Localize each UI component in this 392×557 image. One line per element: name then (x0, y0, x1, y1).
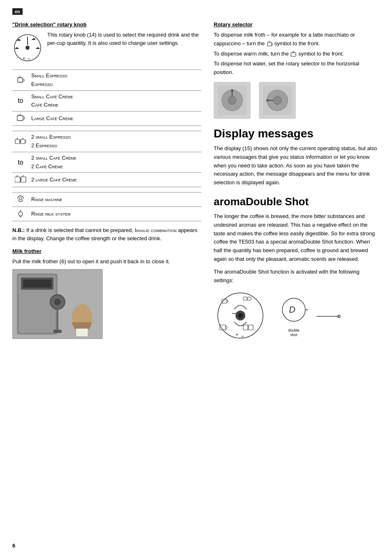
table-row: 2 large Café Crème (12, 173, 201, 187)
small-cup-icon (12, 70, 29, 91)
table-row: to 2 small Café Crème 2 Café Crème (12, 152, 201, 173)
to-label2-icon: to (12, 152, 29, 173)
svg-rect-15 (15, 139, 20, 144)
double-large-cup-icon (12, 173, 29, 187)
aroma-para2: The aromaDouble Shot function is activat… (214, 268, 380, 285)
right-column: Rotary selector To dispense milk froth –… (214, 21, 380, 344)
double-small-espresso-label: 2 small Espresso 2 Espresso (29, 131, 201, 152)
drink-selection-title: "Drink selection" rotary knob (12, 21, 201, 28)
svg-rect-62 (243, 297, 247, 300)
rinse-milk-icon (12, 207, 29, 221)
table-row: to Small Café Crème Café Crème (12, 91, 201, 111)
svg-point-28 (18, 212, 23, 216)
svg-rect-43 (267, 42, 272, 46)
svg-point-57 (273, 96, 281, 104)
nb-text: If a drink is selected that cannot be pr… (12, 227, 197, 241)
svg-point-38 (54, 299, 61, 305)
aroma-line-indicator (316, 308, 341, 325)
rotary-selector-title: Rotary selector (214, 21, 380, 28)
aroma-double-shot-title: aromaDouble Shot (214, 195, 380, 208)
table-row: Rinse milk system (12, 207, 201, 221)
large-cafe-creme-label: Large Café Crème (29, 111, 201, 126)
svg-rect-66 (249, 325, 253, 330)
svg-text:☁: ☁ (14, 45, 19, 50)
drink-selector-block: ☁ ☁ ☁ ☁ ☀ 𝑢 This rotary knob (14) is use… (12, 31, 201, 65)
rotary-selector-section: Rotary selector To dispense milk froth –… (214, 21, 380, 119)
display-messages-section: Display messages The display (15) shows … (214, 127, 380, 187)
aroma-knob-diagram: ☀ 𝑢 (214, 289, 267, 343)
svg-rect-21 (15, 177, 20, 182)
rotary-para3: To dispense hot water, set the rotary se… (214, 60, 380, 77)
svg-rect-39 (57, 309, 58, 330)
table-row: Rinse machine (12, 193, 201, 207)
display-messages-title: Display messages (214, 127, 380, 140)
drink-table-single: Small Espresso Espresso to Small Café Cr… (12, 70, 201, 126)
small-cafe-creme-label: Small Café Crème Café Crème (29, 91, 201, 111)
table-row: 2 small Espresso 2 Espresso (12, 131, 201, 152)
rotary-selector-images (214, 82, 380, 119)
rinse-milk-system-label: Rinse milk system (29, 207, 201, 221)
svg-rect-9 (18, 78, 23, 82)
svg-text:𝑢: 𝑢 (242, 334, 244, 338)
drink-table-double: 2 small Espresso 2 Espresso to 2 small C… (12, 131, 201, 187)
svg-point-54 (231, 89, 233, 92)
svg-text:☁: ☁ (16, 37, 21, 42)
left-column: "Drink selection" rotary knob ☁ ☁ ☁ ☁ (12, 21, 201, 344)
svg-rect-12 (17, 116, 23, 121)
double-small-cup-icon (12, 131, 29, 152)
milk-frother-title: Milk frother (12, 248, 201, 254)
table-row: Small Espresso Espresso (12, 70, 201, 91)
small-espresso-label: Small Espresso Espresso (29, 70, 201, 91)
milk-frother-desc: Pull the milk frother (6) out to open it… (12, 258, 201, 266)
svg-rect-24 (21, 177, 26, 182)
milk-frother-image (12, 269, 103, 339)
svg-rect-65 (243, 325, 248, 330)
to-label-icon: to (12, 91, 29, 111)
svg-text:𝑢: 𝑢 (28, 56, 30, 60)
rotary-para2: To dispense warm milk, turn the symbol t… (214, 50, 380, 58)
aroma-double-shot-indicator: D double shot (279, 295, 308, 337)
svg-rect-63 (247, 297, 251, 300)
svg-point-59 (266, 99, 269, 102)
svg-rect-18 (21, 139, 25, 144)
svg-rect-40 (53, 330, 62, 333)
lang-badge: en (12, 8, 23, 15)
milk-frother-section: Milk frother Pull the milk frother (6) o… (12, 248, 201, 339)
svg-rect-42 (76, 328, 88, 337)
svg-point-27 (19, 197, 22, 200)
drink-selection-desc: This rotary knob (14) is used to select … (47, 31, 201, 47)
svg-text:☁: ☁ (35, 45, 40, 50)
svg-point-7 (25, 46, 30, 50)
svg-rect-36 (23, 279, 51, 288)
svg-text:D: D (289, 304, 295, 315)
nb-label: N.B.: (12, 227, 25, 233)
svg-text:☀: ☀ (22, 56, 25, 60)
svg-point-52 (228, 96, 236, 104)
svg-point-68 (238, 313, 243, 318)
rotary-para1: To dispense milk froth – for example for… (214, 31, 380, 48)
display-messages-text: The display (15) shows not only the curr… (214, 144, 380, 187)
rotary-knob-icon: ☁ ☁ ☁ ☁ ☀ 𝑢 (12, 32, 43, 65)
warm-milk-symbol-inline (290, 51, 297, 57)
double-small-cafe-creme-label: 2 small Café Crème 2 Café Crème (29, 152, 201, 173)
page-number: 6 (12, 543, 15, 549)
rinse-machine-icon (12, 193, 29, 207)
double-large-cafe-creme-label: 2 large Café Crème (29, 173, 201, 187)
large-cup-icon (12, 111, 29, 126)
svg-text:☁: ☁ (31, 36, 36, 41)
rotary-image-1 (214, 82, 251, 119)
rotary-image-2 (259, 82, 296, 119)
aroma-para1: The longer the coffee is brewed, the mor… (214, 212, 380, 264)
rinse-machine-label: Rinse machine (29, 193, 201, 207)
table-row: Large Café Crème (12, 111, 201, 126)
aroma-double-shot-section: aromaDouble Shot The longer the coffee i… (214, 195, 380, 343)
double-shot-label: double shot (288, 328, 299, 337)
aroma-diagrams: ☀ 𝑢 D double shot (214, 289, 380, 343)
drink-table-rinse: Rinse machine Rinse milk system (12, 192, 201, 221)
nb-block: N.B.: If a drink is selected that cannot… (12, 226, 201, 242)
svg-text:☀: ☀ (235, 332, 239, 337)
milk-symbol-inline (266, 40, 273, 47)
svg-rect-46 (291, 53, 296, 56)
